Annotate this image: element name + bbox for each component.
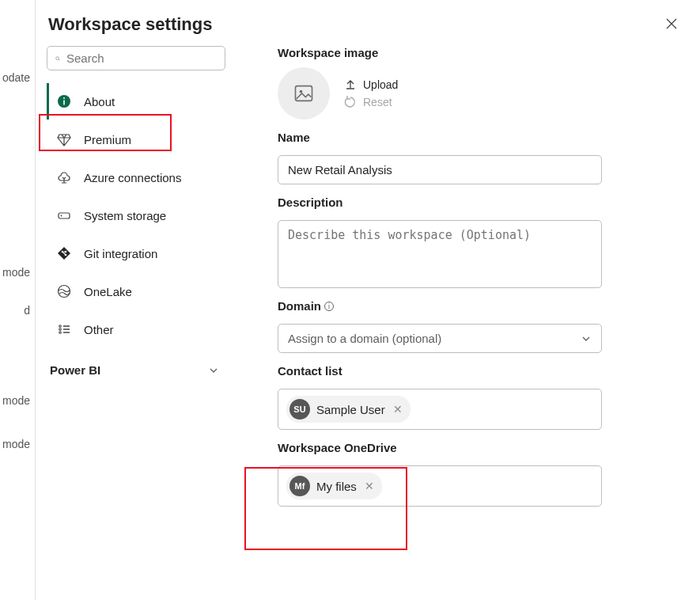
name-input[interactable] [278,155,602,184]
nav-item-system-storage[interactable]: System storage [47,197,230,234]
search-icon [55,52,60,65]
search-field[interactable] [66,51,217,65]
onedrive-label: Workspace OneDrive [278,441,673,454]
nav-item-onelake[interactable]: OneLake [47,273,230,309]
upload-label: Upload [363,78,398,91]
section-label: Power BI [50,363,100,377]
svg-point-14 [300,90,303,93]
avatar: Mf [289,476,310,496]
nav-item-label: Other [84,323,114,336]
bg-text: mode [2,438,30,450]
reset-button: Reset [344,96,398,108]
svg-point-3 [63,97,65,99]
nav-item-premium[interactable]: Premium [47,121,230,158]
panel-header: Workspace settings [36,0,700,38]
other-icon [55,321,73,337]
info-icon [55,93,73,109]
svg-point-11 [59,328,62,331]
chevron-down-icon [208,365,219,376]
settings-panel: Workspace settings AboutPremiumAzure con… [35,0,700,600]
bg-text: mode [2,394,30,407]
image-placeholder [278,67,330,120]
nav-item-git-integration[interactable]: Git integration [47,235,230,272]
svg-rect-13 [296,86,312,101]
onelake-icon [55,283,73,299]
onedrive-chip: Mf My files ✕ [286,473,382,499]
panel-body: AboutPremiumAzure connectionsSystem stor… [36,38,700,600]
bg-text: odate [2,71,30,84]
domain-label: Domain [278,299,321,313]
svg-rect-2 [63,101,65,105]
sidebar: AboutPremiumAzure connectionsSystem stor… [36,38,230,600]
contact-input[interactable]: SU Sample User ✕ [278,389,602,430]
diamond-icon [55,131,73,147]
description-input[interactable] [278,220,602,288]
chip-label: Sample User [316,403,385,416]
reset-icon [344,96,357,108]
info-icon[interactable]: i [324,302,334,311]
git-icon [55,245,73,261]
bg-text: d [24,304,30,317]
image-label: Workspace image [278,46,673,59]
storage-icon [55,207,73,223]
search-input[interactable] [47,46,225,70]
nav-item-azure-connections[interactable]: Azure connections [47,159,230,196]
contact-chip: SU Sample User ✕ [286,396,411,423]
avatar: SU [289,399,310,420]
upload-icon [344,78,357,91]
upload-button[interactable]: Upload [344,78,398,91]
image-row: Upload Reset [278,67,673,120]
description-label: Description [278,196,673,209]
name-label: Name [278,131,673,144]
chevron-down-icon [581,333,592,344]
nav-item-label: Git integration [84,247,157,260]
nav-item-label: System storage [84,209,166,222]
nav-item-label: About [84,95,115,108]
domain-select[interactable]: Assign to a domain (optional) [278,324,602,353]
domain-label-row: Domain i [278,299,673,313]
svg-point-10 [59,325,62,328]
image-icon [293,82,315,104]
svg-rect-4 [59,213,70,218]
domain-placeholder: Assign to a domain (optional) [288,332,441,345]
reset-label: Reset [363,96,392,108]
cloud-icon [55,169,73,185]
content-area: Workspace image Upload Reset [230,38,700,600]
chip-remove-button[interactable]: ✕ [392,403,404,416]
svg-point-12 [59,332,62,334]
nav-list: AboutPremiumAzure connectionsSystem stor… [47,83,230,347]
bg-text: mode [2,266,30,279]
contact-label: Contact list [278,364,673,378]
nav-item-label: Azure connections [84,171,181,184]
nav-item-about[interactable]: About [47,83,230,120]
image-actions: Upload Reset [344,78,398,108]
svg-point-0 [56,56,59,59]
chip-label: My files [316,480,357,493]
chip-remove-button[interactable]: ✕ [363,480,376,492]
nav-item-label: Premium [84,133,131,146]
onedrive-input[interactable]: Mf My files ✕ [278,465,602,507]
panel-title: Workspace settings [48,14,212,35]
sidebar-section-powerbi[interactable]: Power BI [47,357,230,377]
svg-point-5 [61,215,62,217]
close-button[interactable] [662,14,681,33]
nav-item-label: OneLake [84,285,132,298]
nav-item-other[interactable]: Other [47,311,230,347]
background-stripe: odatemodedmodemode [0,0,35,600]
close-icon [665,17,678,30]
